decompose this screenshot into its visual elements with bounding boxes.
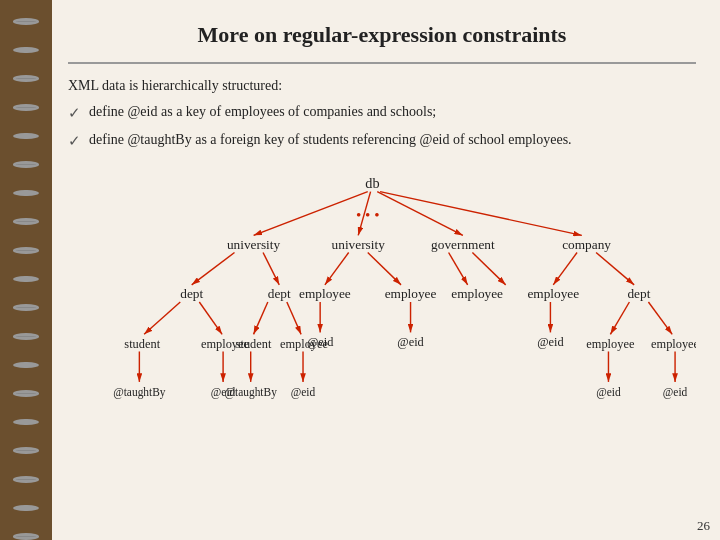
spiral-ring (13, 218, 39, 225)
node-eid5: @eid (291, 386, 316, 399)
bullet-2-text: define @taughtBy as a foreign key of stu… (89, 130, 696, 150)
node-employee7: employee (586, 336, 635, 350)
spiral-binding (0, 0, 52, 540)
bullet-2: ✓ define @taughtBy as a foreign key of s… (68, 130, 696, 152)
node-employee6: employee (280, 336, 329, 350)
slide-title: More on regular-expression constraints (68, 22, 696, 48)
node-employee2: employee (385, 286, 437, 301)
tree-svg: db • • • university university governmen… (68, 162, 696, 422)
check-icon-1: ✓ (68, 103, 81, 124)
svg-line-17 (254, 302, 268, 334)
spiral-ring (13, 304, 39, 311)
node-employee4: employee (527, 286, 579, 301)
spiral-ring (13, 505, 39, 512)
spiral-ring (13, 247, 39, 254)
svg-line-16 (199, 302, 222, 334)
spiral-ring (13, 276, 39, 283)
spiral-ring (13, 47, 39, 54)
node-university1: university (227, 236, 281, 251)
spiral-ring (13, 161, 39, 168)
svg-line-7 (325, 252, 349, 284)
node-dept1: dept (180, 286, 203, 301)
svg-line-4 (380, 191, 582, 235)
spiral-ring (13, 390, 39, 397)
spiral-ring (13, 333, 39, 340)
node-student1: student (124, 336, 160, 350)
node-student2: student (236, 336, 272, 350)
spiral-ring (13, 533, 39, 540)
spiral-ring (13, 447, 39, 454)
svg-line-15 (144, 302, 180, 334)
node-eid6: @eid (596, 386, 621, 399)
node-government: government (431, 236, 495, 251)
node-company: company (562, 236, 611, 251)
spiral-ring (13, 419, 39, 426)
svg-line-8 (368, 252, 401, 284)
check-icon-2: ✓ (68, 131, 81, 152)
bullet-section: XML data is hierarchically structured: ✓… (68, 76, 696, 152)
svg-line-9 (449, 252, 468, 284)
tree-diagram: db • • • university university governmen… (68, 162, 696, 422)
node-university2: university (332, 236, 386, 251)
bullet-intro-text: XML data is hierarchically structured: (68, 76, 696, 96)
bullet-1-text: define @eid as a key of employees of com… (89, 102, 696, 122)
svg-line-18 (287, 302, 301, 334)
node-db: db (365, 174, 379, 190)
bullet-1: ✓ define @eid as a key of employees of c… (68, 102, 696, 124)
node-dept2: dept (268, 286, 291, 301)
svg-line-5 (192, 252, 235, 284)
svg-line-12 (596, 252, 634, 284)
dots: • • • (356, 206, 380, 223)
svg-line-21 (648, 302, 672, 334)
spiral-ring (13, 362, 39, 369)
svg-line-3 (377, 191, 463, 235)
node-eid2: @eid (397, 334, 424, 348)
node-dept3: dept (627, 286, 650, 301)
title-divider (68, 62, 696, 64)
svg-line-20 (610, 302, 629, 334)
spiral-ring (13, 133, 39, 140)
svg-line-11 (553, 252, 577, 284)
node-employee1: employee (299, 286, 351, 301)
node-eid3: @eid (537, 334, 564, 348)
node-taughtby2: @taughtBy (225, 386, 278, 399)
spiral-ring (13, 75, 39, 82)
svg-line-10 (472, 252, 505, 284)
svg-line-1 (254, 191, 368, 235)
spiral-ring (13, 104, 39, 111)
page-number: 26 (697, 518, 710, 534)
svg-line-6 (263, 252, 279, 284)
spiral-ring (13, 190, 39, 197)
node-employee8: employee (651, 336, 696, 350)
bullet-intro: XML data is hierarchically structured: (68, 76, 696, 96)
node-taughtby1: @taughtBy (113, 386, 166, 399)
spiral-ring (13, 18, 39, 25)
node-employee3: employee (451, 286, 503, 301)
slide-content: More on regular-expression constraints X… (52, 0, 720, 540)
spiral-ring (13, 476, 39, 483)
node-eid7: @eid (663, 386, 688, 399)
